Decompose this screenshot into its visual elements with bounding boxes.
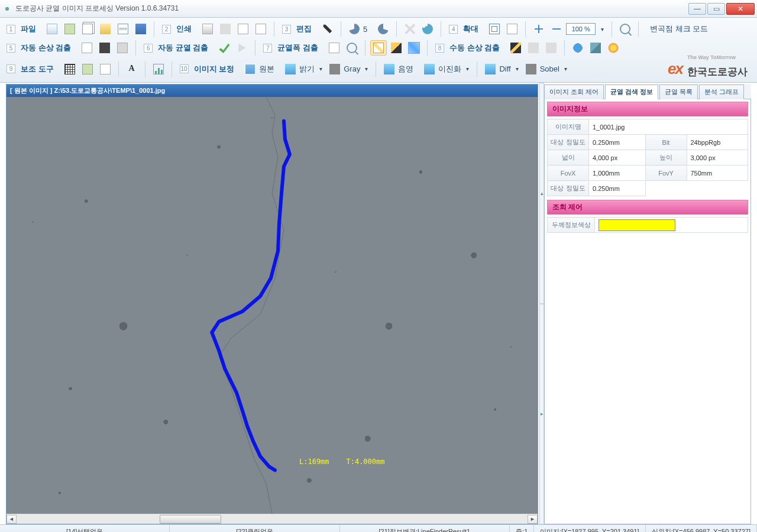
maximize-button[interactable]: ▭ xyxy=(707,3,725,15)
tab-crack-search[interactable]: 균열 검색 정보 xyxy=(605,85,658,99)
title-bar: 도로공사 균열 이미지 프로세싱 Version 1.0.6.34731 — ▭… xyxy=(0,0,757,18)
v-precision2: 0.250mm xyxy=(589,181,646,196)
logo-ex-icon: ex xyxy=(668,60,682,78)
width-tool1-icon[interactable] xyxy=(326,40,342,56)
collapse-handle: ▴ ▸ xyxy=(539,83,544,524)
scroll-left-icon[interactable]: ◄ xyxy=(7,515,17,524)
aux-tool-menu[interactable]: 9보조 도구 xyxy=(4,61,60,77)
print-settings-icon[interactable] xyxy=(217,21,234,37)
new-icon[interactable] xyxy=(44,21,60,37)
corr-binarize[interactable]: 이진화▾ xyxy=(421,61,472,77)
app-icon xyxy=(2,4,12,14)
tab-analysis-graph[interactable]: 분석 그래프 xyxy=(699,85,744,99)
view-control-grid: 두께정보색상 xyxy=(547,217,748,233)
status-click: [22]클릭없음 xyxy=(170,525,339,532)
status-info: [21]정보변경:LineFinderResult1 xyxy=(340,525,510,532)
k-img-name: 이미지명 xyxy=(548,119,589,135)
corr-gray[interactable]: Gray▾ xyxy=(326,61,371,77)
zoom-dd-icon[interactable]: ▾ xyxy=(597,21,607,37)
aux-grid-icon[interactable] xyxy=(62,61,78,77)
width-pen-icon[interactable] xyxy=(388,40,405,56)
tab-crack-list[interactable]: 균열 목록 xyxy=(659,85,698,99)
corr-orig[interactable]: 원본 xyxy=(242,61,281,77)
k-bit: Bit xyxy=(645,135,687,150)
crack-check-icon[interactable] xyxy=(216,40,232,56)
corr-bright[interactable]: 밝기▾ xyxy=(282,61,325,77)
scroll-track[interactable] xyxy=(17,515,528,524)
flame-icon[interactable] xyxy=(605,40,622,56)
auto-crack-menu[interactable]: 6자동 균열 검출 xyxy=(141,40,215,56)
folder-icon[interactable] xyxy=(97,21,114,37)
zoom-menu[interactable]: 4확대 xyxy=(446,21,485,37)
save-icon[interactable] xyxy=(132,21,149,37)
corr-shade[interactable]: 음영 xyxy=(381,61,420,77)
crack-run-icon[interactable] xyxy=(234,40,250,56)
status-selection: [14]선택없음 xyxy=(0,525,170,532)
k-fovx: FovX xyxy=(548,166,589,181)
aux-chart-icon[interactable] xyxy=(150,61,167,77)
width-proc-icon[interactable] xyxy=(406,40,422,56)
scroll-right-icon[interactable]: ► xyxy=(528,515,538,524)
k-precision2: 대상 정밀도 xyxy=(548,181,589,196)
k-thick-color: 두께정보색상 xyxy=(548,218,595,233)
aux-export-icon[interactable] xyxy=(79,61,96,77)
crack-width-menu[interactable]: 7균열폭 검출 xyxy=(260,40,325,56)
tab-image-control[interactable]: 이미지 조회 제어 xyxy=(544,85,604,99)
checkmode-label[interactable]: 변곡점 체크 모드 xyxy=(643,21,714,37)
actual-size-icon[interactable] xyxy=(504,21,520,37)
status-real-pos: 실위치:[X=456.9987, Y=50.33727] xyxy=(646,525,757,532)
collapse-right-icon[interactable]: ▸ xyxy=(539,304,544,525)
print-menu[interactable]: 2인쇄 xyxy=(159,21,198,37)
window-buttons: — ▭ ✕ xyxy=(688,3,755,15)
h-scrollbar[interactable]: ◄ ► xyxy=(7,514,538,524)
refresh-icon[interactable] xyxy=(419,21,436,37)
detect-rect-icon[interactable] xyxy=(79,40,95,56)
manual-node-icon[interactable] xyxy=(543,40,559,56)
corr-diff[interactable]: Diff▾ xyxy=(482,61,521,77)
v-thick-color[interactable] xyxy=(595,218,748,233)
manual-erase-icon[interactable] xyxy=(525,40,542,56)
img-corr-menu[interactable]: 10이미지 보정 xyxy=(177,61,241,77)
corr-sobel[interactable]: Sobel▾ xyxy=(523,61,570,77)
zoom-in-icon[interactable] xyxy=(530,21,547,37)
minimize-button[interactable]: — xyxy=(688,3,706,15)
manual-damage-menu[interactable]: 8수동 손상 검출 xyxy=(432,40,506,56)
width-lens-icon[interactable] xyxy=(344,40,360,56)
detect-grid-icon[interactable] xyxy=(114,40,131,56)
crack-overlay xyxy=(7,97,538,514)
print-icon[interactable] xyxy=(199,21,216,37)
pointer-icon[interactable] xyxy=(319,21,336,37)
side-body: 이미지정보 이미지명 1_0001.jpg 대상 정밀도 0.250mm Bit… xyxy=(544,99,751,524)
width-sel-icon[interactable] xyxy=(370,40,387,56)
manual-pen-icon[interactable] xyxy=(507,40,524,56)
auto-damage-menu[interactable]: 5자동 손상 검출 xyxy=(4,40,77,56)
thickness-color-swatch[interactable] xyxy=(599,219,675,231)
mm-icon[interactable]: mm xyxy=(115,21,131,37)
detect-fill-icon[interactable] xyxy=(96,40,113,56)
zoom-input[interactable] xyxy=(566,23,596,35)
search-icon[interactable] xyxy=(617,21,633,37)
cube-icon[interactable] xyxy=(587,40,604,56)
open-icon[interactable] xyxy=(62,21,78,37)
aux-text-icon[interactable]: A xyxy=(124,61,140,77)
redo-icon[interactable] xyxy=(375,21,392,37)
file-menu[interactable]: 1파일 xyxy=(4,21,43,37)
fit-icon[interactable] xyxy=(486,21,503,37)
print-report-icon[interactable] xyxy=(253,21,269,37)
scroll-thumb[interactable] xyxy=(160,515,221,524)
image-title: [ 원본 이미지 ] Z:\53.도로교통공사\TEMP\1_0001.jpg xyxy=(7,85,538,97)
collapse-up-icon[interactable]: ▴ xyxy=(539,83,544,304)
edit-menu[interactable]: 3편집 xyxy=(279,21,318,37)
v-fovx: 1,000mm xyxy=(589,166,646,181)
close-button[interactable]: ✕ xyxy=(726,3,755,15)
print-preview-icon[interactable] xyxy=(235,21,251,37)
zoom-out-icon[interactable] xyxy=(548,21,565,37)
logo-text: 한국도로공사 xyxy=(687,65,748,79)
main-area: [ 원본 이미지 ] Z:\53.도로교통공사\TEMP\1_0001.jpg … xyxy=(0,83,757,524)
globe-icon[interactable] xyxy=(570,40,586,56)
image-canvas[interactable]: L:169mm T:4.000mm xyxy=(7,97,538,514)
export-icon[interactable] xyxy=(79,21,96,37)
undo-icon[interactable]: 5 xyxy=(346,21,374,37)
aux-blank-icon[interactable] xyxy=(97,61,114,77)
delete-icon[interactable] xyxy=(402,21,418,37)
